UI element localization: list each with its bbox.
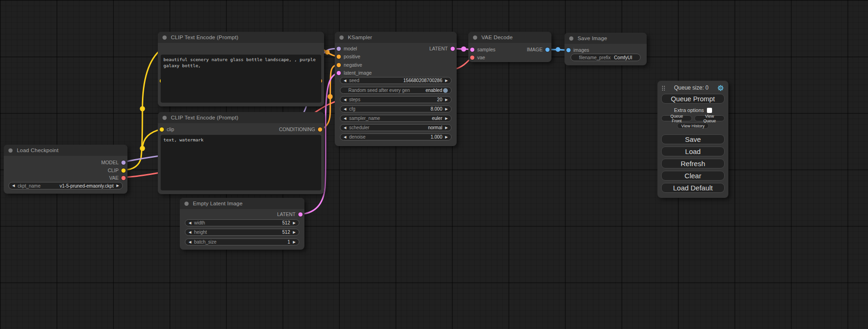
increment-arrow-icon[interactable]: ▶ xyxy=(445,98,448,102)
increment-arrow-icon[interactable]: ▶ xyxy=(293,231,296,234)
input-images[interactable]: images xyxy=(566,46,589,54)
increment-arrow-icon[interactable]: ▶ xyxy=(293,221,296,225)
output-vae[interactable]: VAE xyxy=(109,174,126,182)
increment-arrow-icon[interactable]: ▶ xyxy=(116,184,119,188)
settings-gear-icon[interactable] xyxy=(717,84,724,91)
node-load-checkpoint[interactable]: Load Checkpoint MODEL CLIP VAE ◀ ckpt_na… xyxy=(4,145,127,194)
port-dot-conditioning[interactable] xyxy=(337,63,341,67)
batch-size-widget[interactable]: ◀ batch_size 1 ▶ xyxy=(185,238,299,245)
output-latent[interactable]: LATENT xyxy=(430,45,455,52)
sampler-name-widget[interactable]: ◀ sampler_name euler ▶ xyxy=(340,115,452,122)
toggle-enabled-dot[interactable] xyxy=(443,88,448,93)
link-dot-negative[interactable] xyxy=(328,94,333,99)
filename-prefix-widget[interactable]: filename_prefix ComfyUI xyxy=(571,54,641,61)
port-dot-model[interactable] xyxy=(121,161,126,165)
decrement-arrow-icon[interactable]: ◀ xyxy=(344,126,346,130)
increment-arrow-icon[interactable]: ▶ xyxy=(445,117,448,120)
view-history-button[interactable]: View History xyxy=(677,123,709,129)
prompt-textarea[interactable]: beautiful scenery nature glass bottle la… xyxy=(161,55,321,103)
collapse-dot-icon[interactable] xyxy=(8,148,13,153)
node-title-bar[interactable]: Load Checkpoint xyxy=(4,145,127,156)
node-title-bar[interactable]: Empty Latent Image xyxy=(180,198,304,209)
port-dot-latent[interactable] xyxy=(337,71,341,75)
link-dot-clip-lower[interactable] xyxy=(140,146,145,151)
clear-button[interactable]: Clear xyxy=(661,171,725,181)
cfg-widget[interactable]: ◀ cfg 8.000 ▶ xyxy=(340,105,452,112)
decrement-arrow-icon[interactable]: ◀ xyxy=(344,135,346,139)
node-title-bar[interactable]: CLIP Text Encode (Prompt) xyxy=(158,112,324,123)
input-positive[interactable]: positive xyxy=(337,53,360,60)
steps-widget[interactable]: ◀ steps 20 ▶ xyxy=(340,96,452,103)
node-clip-text-encode-negative[interactable]: CLIP Text Encode (Prompt) clip CONDITION… xyxy=(158,112,324,194)
node-title-bar[interactable]: VAE Decode xyxy=(468,32,551,43)
increment-arrow-icon[interactable]: ▶ xyxy=(293,240,296,244)
queue-menu-panel[interactable]: Queue size: 0 Queue Prompt Extra options… xyxy=(657,81,728,198)
node-ksampler[interactable]: KSampler model positive negative latent_… xyxy=(335,32,457,146)
height-widget[interactable]: ◀ height 512 ▶ xyxy=(185,229,299,236)
prompt-textarea[interactable]: text, watermark xyxy=(161,135,321,190)
width-widget[interactable]: ◀ width 512 ▶ xyxy=(185,219,299,226)
node-title-bar[interactable]: CLIP Text Encode (Prompt) xyxy=(158,32,324,43)
random-seed-widget[interactable]: Random seed after every gen enabled xyxy=(340,87,452,94)
decrement-arrow-icon[interactable]: ◀ xyxy=(344,117,346,120)
collapse-dot-icon[interactable] xyxy=(162,116,167,120)
decrement-arrow-icon[interactable]: ◀ xyxy=(344,107,346,111)
port-dot-vae[interactable] xyxy=(121,176,126,180)
collapse-dot-icon[interactable] xyxy=(162,35,167,40)
comfyui-canvas[interactable]: { "icons": { "arrow_left": "◀", "arrow_r… xyxy=(0,0,868,329)
collapse-dot-icon[interactable] xyxy=(569,36,573,41)
output-image[interactable]: IMAGE xyxy=(527,46,550,53)
port-dot-clip[interactable] xyxy=(160,127,164,132)
decrement-arrow-icon[interactable]: ◀ xyxy=(189,221,191,225)
refresh-button[interactable]: Refresh xyxy=(661,159,725,168)
node-clip-text-encode-positive[interactable]: CLIP Text Encode (Prompt) clip CONDITION… xyxy=(158,32,324,106)
port-dot-conditioning[interactable] xyxy=(337,55,341,59)
node-empty-latent-image[interactable]: Empty Latent Image LATENT ◀ width 512 ▶ … xyxy=(180,198,304,250)
load-button[interactable]: Load xyxy=(661,147,725,156)
decrement-arrow-icon[interactable]: ◀ xyxy=(189,240,191,244)
output-latent[interactable]: LATENT xyxy=(277,210,303,218)
save-button[interactable]: Save xyxy=(661,134,725,144)
output-clip[interactable]: CLIP xyxy=(108,167,126,174)
input-model[interactable]: model xyxy=(337,45,357,52)
port-dot-image[interactable] xyxy=(566,48,571,52)
drag-handle-icon[interactable] xyxy=(662,85,665,91)
port-dot-vae[interactable] xyxy=(470,56,474,60)
port-dot-latent[interactable] xyxy=(298,212,303,217)
input-samples[interactable]: samples xyxy=(470,46,495,53)
denoise-widget[interactable]: ◀ denoise 1.000 ▶ xyxy=(340,133,452,140)
input-negative[interactable]: negative xyxy=(337,61,362,69)
queue-prompt-button[interactable]: Queue Prompt xyxy=(661,94,725,104)
port-dot-latent[interactable] xyxy=(451,47,455,51)
ckpt-name-widget[interactable]: ◀ ckpt_name v1-5-pruned-emaonly.ckpt ▶ xyxy=(8,182,123,189)
view-queue-button[interactable]: View Queue xyxy=(694,115,725,121)
output-conditioning[interactable]: CONDITIONING xyxy=(279,126,322,133)
decrement-arrow-icon[interactable]: ◀ xyxy=(344,79,346,83)
seed-widget[interactable]: ◀ seed 156680208700286 ▶ xyxy=(340,77,452,84)
load-default-button[interactable]: Load Default xyxy=(661,183,725,193)
collapse-dot-icon[interactable] xyxy=(339,35,344,40)
node-title-bar[interactable]: Save Image xyxy=(565,33,647,44)
input-vae[interactable]: vae xyxy=(470,54,485,61)
link-dot-positive[interactable] xyxy=(325,50,330,55)
input-clip[interactable]: clip xyxy=(160,126,174,133)
node-vae-decode[interactable]: VAE Decode samples vae IMAGE xyxy=(468,32,551,62)
increment-arrow-icon[interactable]: ▶ xyxy=(445,107,448,111)
port-dot-conditioning[interactable] xyxy=(318,127,322,132)
decrement-arrow-icon[interactable]: ◀ xyxy=(12,184,15,188)
link-dot-clip-upper[interactable] xyxy=(140,106,145,112)
port-dot-model[interactable] xyxy=(337,47,341,51)
scheduler-widget[interactable]: ◀ scheduler normal ▶ xyxy=(340,124,452,131)
extra-options-checkbox[interactable] xyxy=(707,108,712,113)
link-dot-image[interactable] xyxy=(556,47,560,52)
increment-arrow-icon[interactable]: ▶ xyxy=(445,135,448,139)
node-save-image[interactable]: Save Image images filename_prefix ComfyU… xyxy=(565,33,647,65)
input-latent-image[interactable]: latent_image xyxy=(337,69,372,77)
port-dot-latent[interactable] xyxy=(470,48,474,52)
output-model[interactable]: MODEL xyxy=(101,159,126,166)
decrement-arrow-icon[interactable]: ◀ xyxy=(189,231,191,234)
collapse-dot-icon[interactable] xyxy=(184,202,189,206)
node-title-bar[interactable]: KSampler xyxy=(335,32,457,43)
collapse-dot-icon[interactable] xyxy=(473,35,477,40)
port-dot-image[interactable] xyxy=(545,48,550,52)
